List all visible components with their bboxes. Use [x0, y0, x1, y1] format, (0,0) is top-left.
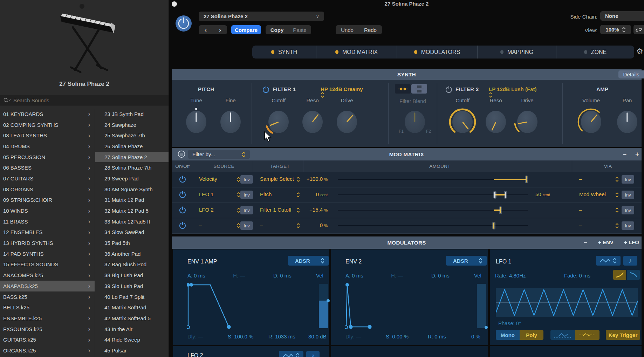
- matrix-row-power-button[interactable]: [179, 222, 186, 229]
- sidebar-preset-item[interactable]: 25 Sawphaze 7th: [95, 130, 169, 141]
- lfo1-wave-mode-a-button[interactable]: [550, 330, 575, 340]
- matrix-via-dropdown[interactable]: –: [579, 176, 582, 182]
- sidebar-preset-item[interactable]: 23 JB Synth Pad: [95, 109, 169, 119]
- tune-knob[interactable]: [186, 111, 206, 133]
- tab-modulators[interactable]: MODULATORS: [397, 46, 478, 59]
- sidebar-category-item[interactable]: 06 BASSES›: [0, 162, 95, 173]
- lfo1-fade-in-button[interactable]: [613, 270, 626, 280]
- matrix-via-dropdown[interactable]: –: [579, 222, 582, 228]
- sidebar-preset-item[interactable]: 41 Matrix SoftPad: [95, 302, 169, 313]
- sidebar-preset-item[interactable]: 33 Matrix 12Pad5 II: [95, 216, 169, 227]
- sidebar-preset-item[interactable]: 43 In the Air: [95, 324, 169, 335]
- lfo1-tempo-sync-button[interactable]: ♪: [623, 256, 637, 266]
- matrix-via-amount-value[interactable]: 50 cent: [535, 191, 550, 197]
- sidebar-preset-item[interactable]: 45 Pulsar: [95, 345, 169, 356]
- details-button[interactable]: Details: [618, 70, 644, 78]
- sidebar-preset-item[interactable]: 37 Bag Slush Pod: [95, 259, 169, 270]
- sidebar-preset-item[interactable]: 36 Another Pad: [95, 248, 169, 259]
- filter2-power-button[interactable]: [445, 86, 453, 94]
- env1-envelope-graph[interactable]: [187, 282, 313, 331]
- tab-mapping[interactable]: MAPPING: [478, 46, 556, 59]
- slider-handle[interactable]: [493, 191, 496, 199]
- matrix-amount-slider[interactable]: [338, 225, 528, 226]
- sidebar-category-item[interactable]: 13 HYBRID SYNTHS›: [0, 238, 95, 248]
- matrix-via-dropdown[interactable]: –: [579, 207, 582, 213]
- env1-delay[interactable]: Dly: —: [187, 334, 203, 339]
- env2-attack[interactable]: A: 0 ms: [345, 273, 363, 279]
- sidebar-category-item[interactable]: ORGANS.k25›: [0, 345, 95, 356]
- matrix-via-dropdown[interactable]: Mod Wheel: [579, 191, 606, 197]
- next-preset-button[interactable]: ›: [213, 25, 227, 34]
- lfo1-poly-button[interactable]: Poly: [520, 330, 543, 340]
- filter-config-serial-button[interactable]: [395, 84, 411, 94]
- sidebar-category-item[interactable]: 11 BRASS›: [0, 216, 95, 227]
- sidebar-category-item[interactable]: FXSOUNDS.k25›: [0, 324, 95, 335]
- lfo1-phase[interactable]: Phase: 0°: [498, 320, 521, 326]
- matrix-via-invert-button[interactable]: Inv: [622, 175, 634, 184]
- lfo1-waveform-display[interactable]: [496, 288, 638, 317]
- env2-mode-dropdown[interactable]: ADSR: [446, 256, 487, 266]
- env2-sustain[interactable]: S: 0.00 %: [386, 334, 409, 339]
- matrix-remove-button[interactable]: –: [623, 151, 626, 158]
- matrix-target-dropdown[interactable]: Pitch: [260, 191, 272, 197]
- sidebar-preset-item[interactable]: 28 Solina Phaze 7th: [95, 162, 169, 173]
- env2-delay[interactable]: Dly: —: [345, 334, 361, 339]
- prev-preset-button[interactable]: ‹: [199, 25, 213, 34]
- lfo1-fade-out-button[interactable]: [627, 270, 640, 280]
- sidebar-preset-item[interactable]: 24 Sawphaze: [95, 119, 169, 130]
- plugin-power-button[interactable]: [176, 15, 192, 32]
- sidebar-category-item[interactable]: 03 LEAD SYNTHS›: [0, 130, 95, 141]
- sidebar-category-item[interactable]: 15 EFFECTS SOUNDS›: [0, 259, 95, 270]
- matrix-source-invert-button[interactable]: Inv: [240, 191, 253, 199]
- add-lfo-button[interactable]: + LFO: [624, 239, 639, 245]
- sidebar-category-item[interactable]: 02 COMPING SYNTHS›: [0, 119, 95, 130]
- side-chain-dropdown[interactable]: None: [600, 11, 644, 21]
- env2-vel-amount[interactable]: 0 %: [471, 334, 480, 339]
- sidebar-category-item[interactable]: 10 WINDS›: [0, 205, 95, 216]
- lfo2-tempo-sync-button[interactable]: ♪: [306, 351, 320, 357]
- matrix-add-button[interactable]: +: [635, 150, 639, 158]
- matrix-filter-by-dropdown[interactable]: Filter by...: [188, 150, 250, 159]
- sidebar-category-item[interactable]: ENSEMBLE.k25›: [0, 313, 95, 324]
- env1-velocity-slider[interactable]: [319, 284, 328, 328]
- matrix-source-invert-button[interactable]: Inv: [240, 175, 253, 184]
- lfo2-waveform-dropdown[interactable]: [279, 351, 303, 357]
- matrix-via-invert-button[interactable]: Inv: [622, 206, 634, 214]
- sidebar-category-item[interactable]: 12 ENSEMBLES›: [0, 227, 95, 238]
- matrix-source-dropdown[interactable]: –: [199, 222, 202, 228]
- filter1-power-button[interactable]: [262, 86, 270, 94]
- lfo1-waveform-dropdown[interactable]: [596, 256, 621, 266]
- env1-decay[interactable]: D: 0 ms: [273, 273, 292, 279]
- sidebar-category-item[interactable]: BELLS.k25›: [0, 302, 95, 313]
- sidebar-preset-item[interactable]: 42 Matrix SoftPad 5: [95, 313, 169, 324]
- volume-knob[interactable]: [581, 111, 601, 133]
- tab-mod-matrix[interactable]: MOD MATRIX: [316, 46, 397, 59]
- matrix-menu-button[interactable]: [178, 150, 185, 159]
- matrix-target-dropdown[interactable]: –: [260, 222, 263, 228]
- slider-handle[interactable]: [499, 206, 502, 214]
- filter1-type-dropdown[interactable]: HP 12dB Creamy: [321, 86, 366, 98]
- sidebar-preset-item[interactable]: 29 Sweep Pad: [95, 173, 169, 184]
- sidebar-category-item[interactable]: 05 PERCUSSION›: [0, 152, 95, 163]
- matrix-amount-value[interactable]: 0 cent: [284, 191, 328, 197]
- sidebar-preset-item[interactable]: 35 Pad 5th: [95, 238, 169, 248]
- fine-knob[interactable]: [220, 111, 241, 133]
- sidebar-preset-item[interactable]: 34 Slow SawPad: [95, 227, 169, 238]
- sidebar-preset-item[interactable]: 39 Slo Lush Pad: [95, 281, 169, 291]
- env1-release[interactable]: R: 1033 ms: [268, 334, 295, 339]
- env1-vel-amount[interactable]: 30.0 dB: [308, 334, 327, 339]
- env2-velocity-slider[interactable]: [477, 284, 486, 328]
- matrix-via-invert-button[interactable]: Inv: [622, 221, 634, 230]
- sidebar-preset-item[interactable]: 26 Solina Phaze: [95, 141, 169, 152]
- matrix-source-dropdown[interactable]: Velocity: [199, 176, 217, 182]
- sidebar-preset-item[interactable]: 31 Matrix 12 Pad: [95, 195, 169, 206]
- env2-envelope-graph[interactable]: [345, 282, 471, 331]
- preset-dropdown[interactable]: 27 Solina Phaze 2 ∨: [199, 12, 324, 21]
- sidebar-category-item[interactable]: 04 DRUMS›: [0, 141, 95, 152]
- gear-icon[interactable]: ⚙: [636, 47, 643, 56]
- search-input[interactable]: Search Sounds: [0, 95, 169, 105]
- filter1-reso-knob[interactable]: [302, 111, 323, 133]
- env1-mode-dropdown[interactable]: ADSR: [288, 256, 329, 266]
- env2-decay[interactable]: D: 0 ms: [431, 273, 450, 279]
- matrix-amount-value[interactable]: +100.0 %: [284, 176, 328, 182]
